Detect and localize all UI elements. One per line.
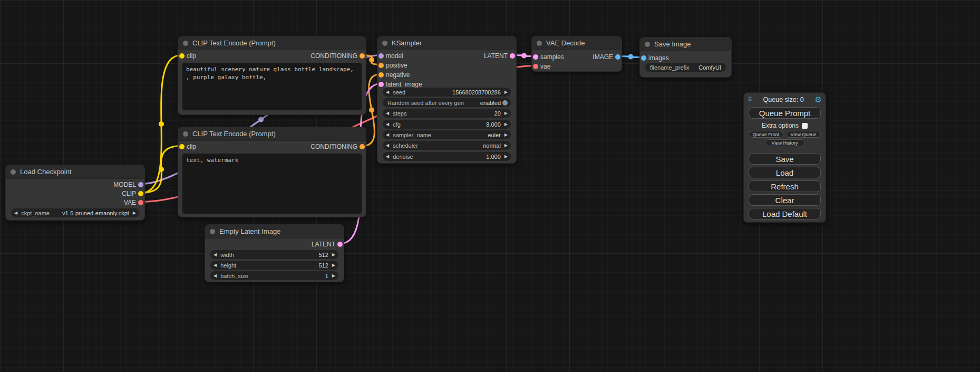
widget-denoise[interactable]: denoise 1.000 — [383, 152, 511, 161]
slot-row: images — [640, 53, 731, 62]
collapse-dot-icon[interactable] — [382, 41, 387, 46]
widget-seed[interactable]: seed 156680208700286 — [383, 88, 511, 97]
extra-options-label: Extra options — [762, 122, 799, 129]
widget-width[interactable]: width 512 — [210, 250, 338, 259]
drag-handle-icon[interactable] — [748, 97, 752, 103]
save-button[interactable]: Save — [749, 153, 821, 165]
output-port-model[interactable] — [138, 182, 143, 187]
decrement-arrow-icon[interactable] — [214, 263, 217, 268]
decrement-arrow-icon[interactable] — [386, 90, 389, 94]
output-port-latent[interactable] — [510, 53, 515, 59]
output-port-conditioning[interactable] — [360, 144, 365, 149]
decrement-arrow-icon[interactable] — [14, 211, 17, 215]
node-title: CLIP Text Encode (Prompt) — [192, 39, 276, 47]
clear-button[interactable]: Clear — [749, 194, 821, 206]
collapse-dot-icon[interactable] — [183, 131, 188, 137]
input-port-clip[interactable] — [179, 144, 185, 149]
output-port-clip[interactable] — [138, 191, 143, 196]
widget-height[interactable]: height 512 — [210, 261, 338, 270]
view-queue-button[interactable]: View Queue — [786, 131, 821, 138]
decrement-arrow-icon[interactable] — [386, 144, 389, 148]
widget-control-after-generate[interactable]: Random seed after every gen enabled — [383, 98, 511, 107]
increment-arrow-icon[interactable] — [504, 144, 508, 148]
increment-arrow-icon[interactable] — [504, 122, 508, 127]
queue-prompt-button[interactable]: Queue Prompt — [749, 107, 821, 119]
input-port-samples[interactable] — [533, 54, 538, 60]
widget-batch-size[interactable]: batch_size 1 — [210, 271, 338, 280]
collapse-dot-icon[interactable] — [210, 229, 215, 234]
increment-arrow-icon[interactable] — [504, 155, 508, 159]
refresh-button[interactable]: Refresh — [749, 180, 821, 192]
decrement-arrow-icon[interactable] — [386, 155, 389, 159]
widget-scheduler[interactable]: scheduler normal — [383, 141, 511, 150]
output-port-conditioning[interactable] — [360, 53, 365, 59]
link-midpoint-dot — [258, 117, 264, 122]
input-port-model[interactable] — [379, 53, 384, 59]
input-port-clip[interactable] — [179, 53, 185, 59]
input-port-images[interactable] — [641, 55, 646, 61]
queue-front-button[interactable]: Queue Front — [749, 131, 783, 138]
output-port-latent[interactable] — [337, 242, 343, 247]
node-graph-canvas[interactable]: { "colors": { "model": "#b39ddb", "clip"… — [0, 0, 980, 372]
node-title: Empty Latent Image — [219, 227, 280, 235]
collapse-dot-icon[interactable] — [11, 169, 16, 175]
toggle-dot-icon[interactable] — [502, 100, 508, 106]
collapse-dot-icon[interactable] — [537, 41, 542, 46]
widget-sampler-name[interactable]: sampler_name euler — [383, 130, 511, 139]
increment-arrow-icon[interactable] — [332, 263, 335, 268]
prompt-textarea[interactable]: beautiful scenery nature glass bottle la… — [182, 63, 362, 110]
decrement-arrow-icon[interactable] — [386, 133, 389, 137]
widget-label: denoise — [393, 154, 413, 160]
widget-label: batch_size — [220, 273, 248, 279]
view-history-button[interactable]: View History — [765, 139, 805, 146]
increment-arrow-icon[interactable] — [332, 253, 335, 257]
decrement-arrow-icon[interactable] — [386, 111, 389, 116]
prompt-textarea[interactable]: text, watermark — [182, 154, 362, 214]
widget-steps[interactable]: steps 20 — [383, 109, 511, 118]
node-title-bar[interactable]: Save Image — [640, 37, 731, 51]
decrement-arrow-icon[interactable] — [386, 122, 389, 127]
node-clip-text-encode-positive[interactable]: CLIP Text Encode (Prompt) clip CONDITION… — [178, 36, 366, 115]
widget-value: normal — [483, 142, 501, 149]
load-default-button[interactable]: Load Default — [749, 208, 821, 220]
node-title-bar[interactable]: Load Checkpoint — [6, 165, 144, 179]
node-title-bar[interactable]: CLIP Text Encode (Prompt) — [178, 36, 366, 50]
increment-arrow-icon[interactable] — [332, 274, 335, 278]
input-port-latent-image[interactable] — [379, 82, 384, 87]
node-title-bar[interactable]: CLIP Text Encode (Prompt) — [178, 127, 366, 141]
node-save-image[interactable]: Save Image images filename_prefix ComfyU… — [639, 37, 732, 78]
decrement-arrow-icon[interactable] — [214, 253, 217, 257]
input-port-positive[interactable] — [379, 63, 384, 68]
collapse-dot-icon[interactable] — [645, 42, 650, 47]
input-port-negative[interactable] — [379, 72, 384, 78]
extra-options-checkbox[interactable] — [802, 123, 808, 129]
node-title-bar[interactable]: VAE Decode — [532, 36, 622, 50]
extra-options-row: Extra options — [744, 122, 826, 129]
decrement-arrow-icon[interactable] — [214, 274, 217, 278]
input-port-vae[interactable] — [533, 64, 538, 69]
widget-label: sampler_name — [393, 132, 431, 138]
node-clip-text-encode-negative[interactable]: CLIP Text Encode (Prompt) clip CONDITION… — [178, 127, 366, 217]
node-load-checkpoint[interactable]: Load Checkpoint MODEL CLIP VAE ckpt_name… — [5, 165, 145, 221]
increment-arrow-icon[interactable] — [504, 90, 508, 94]
load-button[interactable]: Load — [749, 167, 821, 178]
node-title-bar[interactable]: KSampler — [377, 36, 516, 50]
widget-filename-prefix[interactable]: filename_prefix ComfyUI — [645, 63, 726, 72]
widget-label: width — [220, 252, 234, 258]
increment-arrow-icon[interactable] — [504, 133, 508, 137]
widget-cfg[interactable]: cfg 8.000 — [383, 120, 511, 129]
collapse-dot-icon[interactable] — [183, 41, 188, 46]
increment-arrow-icon[interactable] — [504, 111, 508, 116]
node-vae-decode[interactable]: VAE Decode samples IMAGE vae — [531, 36, 622, 72]
node-ksampler[interactable]: KSampler model LATENT positive negative … — [377, 36, 517, 164]
increment-arrow-icon[interactable] — [133, 211, 136, 215]
queue-size-label: Queue size: 0 — [763, 96, 804, 103]
node-title-bar[interactable]: Empty Latent Image — [205, 225, 344, 239]
output-port-vae[interactable] — [138, 200, 143, 205]
node-empty-latent-image[interactable]: Empty Latent Image LATENT width 512 heig… — [205, 224, 344, 282]
widget-ckpt-name[interactable]: ckpt_name v1-5-pruned-emaonly.ckpt — [11, 208, 139, 217]
output-port-image[interactable] — [615, 54, 620, 60]
settings-gear-icon[interactable] — [815, 96, 822, 104]
input-label: samples — [540, 53, 564, 61]
widget-label: Random seed after every gen — [387, 100, 464, 106]
